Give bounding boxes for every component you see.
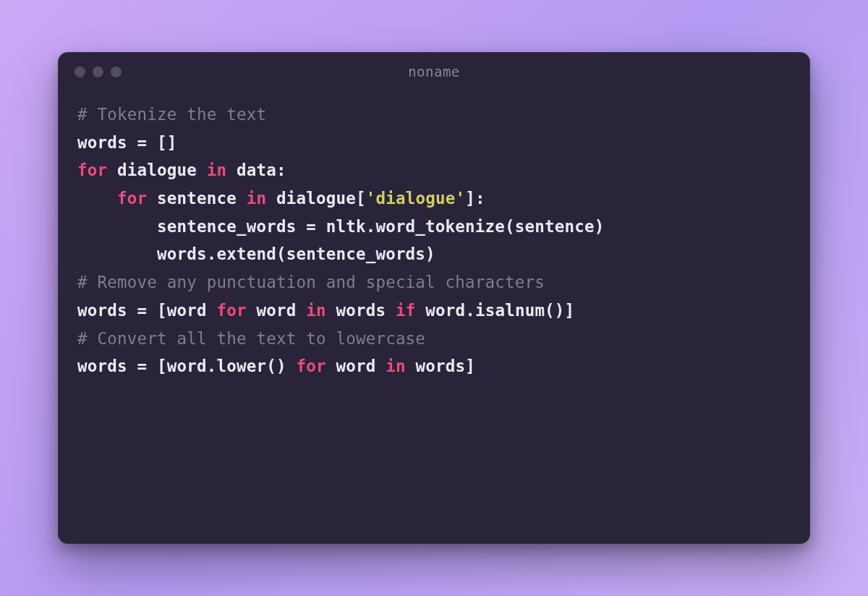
- code-text: sentence_words = nltk.word_tokenize(sent…: [77, 217, 605, 236]
- code-keyword: for: [77, 161, 107, 179]
- maximize-icon[interactable]: [111, 67, 122, 77]
- traffic-lights: [75, 67, 122, 77]
- code-comment: # Remove any punctuation and special cha…: [77, 273, 545, 291]
- code-keyword: for: [296, 357, 326, 375]
- code-text: words: [326, 301, 396, 320]
- code-text: word: [247, 301, 306, 320]
- code-keyword: in: [207, 161, 227, 179]
- code-text: word.isalnum()]: [415, 301, 574, 320]
- code-keyword: if: [396, 301, 416, 320]
- window-title: noname: [59, 64, 809, 80]
- code-comment: # Convert all the text to lowercase: [77, 329, 425, 348]
- code-area[interactable]: # Tokenize the text words = [] for dialo…: [59, 90, 809, 399]
- minimize-icon[interactable]: [93, 67, 103, 77]
- code-text: words]: [406, 357, 475, 375]
- code-keyword: in: [306, 301, 326, 320]
- code-comment: # Tokenize the text: [77, 105, 266, 124]
- code-keyword: for: [117, 189, 147, 208]
- code-text: words = [word.lower(): [77, 357, 296, 375]
- code-keyword: in: [386, 357, 406, 375]
- code-text: dialogue[: [266, 189, 365, 208]
- code-text: data:: [226, 161, 286, 179]
- titlebar: noname: [59, 53, 809, 90]
- code-text: sentence: [147, 189, 246, 208]
- code-text: words = []: [77, 133, 176, 152]
- code-keyword: in: [247, 189, 267, 208]
- code-keyword: for: [216, 301, 246, 320]
- close-icon[interactable]: [75, 67, 85, 77]
- code-text: word: [326, 357, 386, 375]
- code-text: [77, 189, 117, 208]
- editor-window: noname # Tokenize the text words = [] fo…: [58, 52, 810, 544]
- code-string: 'dialogue': [366, 189, 465, 208]
- code-text: dialogue: [107, 161, 206, 179]
- code-text: words.extend(sentence_words): [77, 244, 435, 263]
- code-text: words = [word: [77, 301, 216, 320]
- code-text: ]:: [465, 189, 485, 208]
